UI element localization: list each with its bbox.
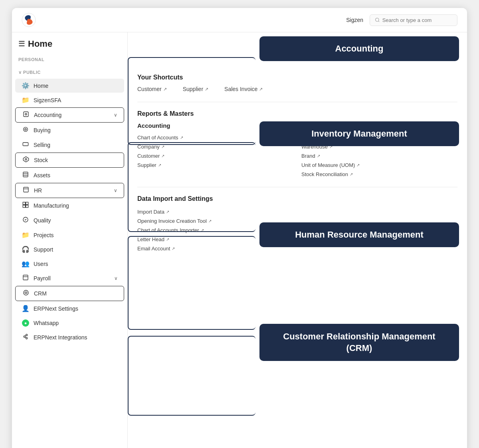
svg-rect-15 — [23, 202, 25, 204]
sidebar-item-label: Stock — [34, 157, 117, 163]
main-layout: ☰ Home PERSONAL ∨ PUBLIC ⚙️ Home 📁 Sigze… — [12, 32, 467, 448]
svg-rect-16 — [26, 202, 28, 204]
svg-point-1 — [376, 18, 379, 21]
hr-icon — [22, 186, 30, 194]
search-input[interactable] — [382, 17, 452, 23]
report-link-supplier[interactable]: Supplier ↗ — [137, 161, 293, 170]
svg-marker-8 — [23, 157, 28, 162]
sidebar-item-manufacturing[interactable]: Manufacturing — [15, 198, 124, 213]
sidebar-item-sigzensfa[interactable]: 📁 SigzenSFA — [15, 93, 124, 107]
sidebar-item-label: Whatsapp — [34, 320, 118, 326]
sidebar-item-label: Projects — [34, 232, 118, 238]
payroll-icon — [22, 274, 30, 282]
sidebar-item-crm[interactable]: CRM — [15, 286, 124, 301]
shortcut-customer[interactable]: Customer ↗ — [137, 86, 167, 92]
svg-rect-18 — [26, 205, 28, 208]
sigzensfa-icon: 📁 — [22, 96, 30, 104]
external-link-icon: ↗ — [350, 172, 353, 176]
accounting-icon — [22, 111, 30, 119]
shortcut-label: Customer — [137, 86, 162, 92]
report-link-customer[interactable]: Customer ↗ — [137, 151, 293, 161]
external-link-icon: ↗ — [201, 228, 204, 232]
sidebar-item-label: Manufacturing — [34, 202, 118, 209]
content-area: Accounting Inventory Management Human Re… — [128, 32, 467, 448]
sidebar-item-accounting[interactable]: Accounting ∨ — [15, 107, 124, 123]
support-icon: 🎧 — [22, 246, 30, 253]
reports-title: Reports & Masters — [137, 110, 457, 117]
topbar: Sigzen — [12, 8, 467, 32]
report-link-stock-reconciliation[interactable]: Stock Reconciliation ↗ — [301, 170, 457, 179]
hamburger-icon[interactable]: ☰ — [18, 40, 25, 48]
external-link-icon: ↗ — [161, 145, 164, 149]
stock-icon — [22, 156, 30, 164]
accounting-float-box: Accounting — [259, 36, 459, 61]
sidebar-item-label: Home — [34, 83, 118, 89]
svg-rect-3 — [24, 112, 28, 117]
sidebar-item-label: ERPNext Settings — [34, 305, 118, 312]
sidebar-item-label: HR — [34, 187, 110, 194]
sidebar-item-erpnext-integrations[interactable]: ERPNext Integrations — [15, 330, 124, 345]
integrations-icon — [22, 333, 30, 341]
external-link-icon: ↗ — [158, 163, 161, 167]
chevron-down-icon: ∨ — [114, 188, 117, 193]
sidebar-item-stock[interactable]: Stock — [15, 153, 124, 168]
sidebar-item-hr[interactable]: HR ∨ — [15, 183, 124, 198]
chevron-down-icon: ∨ — [114, 112, 117, 118]
external-link-icon: ↗ — [208, 219, 212, 223]
svg-line-26 — [25, 335, 26, 336]
personal-section-label: PERSONAL — [12, 56, 127, 65]
sidebar-item-payroll[interactable]: Payroll ∨ — [15, 271, 124, 285]
shortcut-supplier[interactable]: Supplier ↗ — [183, 86, 208, 92]
sidebar-item-assets[interactable]: Assets — [15, 168, 124, 182]
shortcut-label: Sales Invoice — [224, 86, 257, 92]
svg-rect-17 — [23, 205, 25, 208]
sidebar-item-label: SigzenSFA — [34, 97, 118, 103]
logo-icon — [22, 13, 36, 27]
public-section-label: ∨ PUBLIC — [12, 68, 127, 78]
sidebar-item-users[interactable]: 👥 Users — [15, 257, 124, 271]
shortcuts-row: Customer ↗ Supplier ↗ Sales Invoice ↗ — [137, 86, 457, 92]
chevron-down-icon: ∨ — [114, 276, 118, 281]
svg-point-5 — [24, 127, 28, 132]
sidebar-item-erpnext-settings[interactable]: 👤 ERPNext Settings — [15, 301, 124, 315]
data-link-import-data[interactable]: Import Data ↗ — [137, 207, 457, 216]
shortcut-label: Supplier — [183, 86, 203, 92]
svg-point-6 — [25, 129, 26, 130]
report-link-uom[interactable]: Unit of Measure (UOM) ↗ — [301, 161, 457, 170]
data-import-title: Data Import and Settings — [137, 195, 457, 202]
sidebar-item-support[interactable]: 🎧 Support — [15, 242, 124, 256]
shortcut-sales-invoice[interactable]: Sales Invoice ↗ — [224, 86, 263, 92]
sidebar-item-buying[interactable]: Buying — [15, 123, 124, 137]
svg-point-22 — [24, 290, 28, 295]
sidebar-item-label: Selling — [34, 142, 118, 148]
search-icon — [375, 17, 380, 23]
svg-point-9 — [25, 159, 27, 160]
search-bar[interactable] — [370, 14, 457, 26]
sidebar-item-label: ERPNext Integrations — [34, 334, 118, 341]
sidebar-item-home[interactable]: ⚙️ Home — [15, 79, 124, 93]
external-link-icon: ↗ — [356, 163, 360, 167]
svg-rect-13 — [24, 187, 28, 192]
shortcuts-title: Your Shortcuts — [137, 74, 457, 81]
external-link-icon: ↗ — [163, 87, 167, 92]
assets-icon — [22, 171, 30, 179]
svg-rect-7 — [23, 143, 28, 146]
svg-line-2 — [378, 21, 379, 22]
sidebar-item-whatsapp[interactable]: ● Whatsapp — [15, 316, 124, 330]
quality-icon — [22, 216, 30, 224]
sidebar-item-label: Accounting — [34, 112, 110, 118]
sidebar-item-quality[interactable]: Quality — [15, 213, 124, 228]
svg-rect-20 — [23, 275, 28, 280]
page-title: ☰ Home — [12, 39, 127, 56]
divider-2 — [137, 187, 457, 187]
divider — [137, 102, 457, 102]
sidebar-item-projects[interactable]: 📁 Projects — [15, 228, 124, 242]
report-link-brand[interactable]: Brand ↗ — [301, 151, 457, 161]
user-name: Sigzen — [346, 17, 363, 23]
external-link-icon: ↗ — [166, 237, 169, 242]
svg-point-4 — [25, 113, 27, 115]
sidebar-item-label: CRM — [34, 290, 117, 297]
projects-icon: 📁 — [22, 231, 30, 239]
selling-icon — [22, 141, 30, 149]
sidebar-item-selling[interactable]: Selling — [15, 138, 124, 152]
